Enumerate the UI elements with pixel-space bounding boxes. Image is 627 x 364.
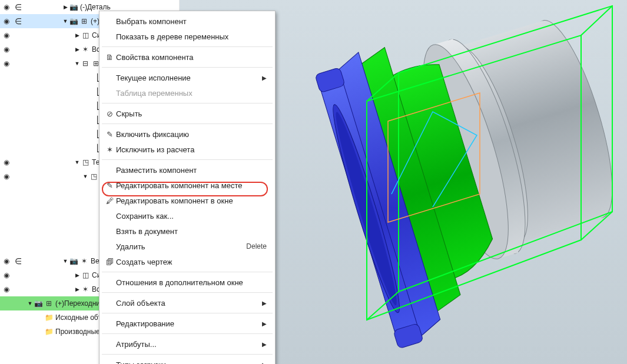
submenu-arrow-icon: ▶ (262, 362, 267, 365)
menu-separator (102, 159, 273, 160)
menu-item-icon: 🗐 (103, 258, 116, 266)
visibility-icon[interactable]: ◉ (0, 3, 13, 11)
menu-item-icon: ⊘ (103, 109, 116, 118)
menu-item[interactable]: ⊘Скрыть (99, 106, 275, 121)
menu-item[interactable]: Текущее исполнение▶ (99, 70, 275, 85)
menu-item-label: Свойства компонента (116, 53, 267, 62)
node-icon: ◫ (81, 31, 90, 40)
menu-item-label: Показать в дереве переменных (116, 32, 267, 41)
node-icon: ◳ (81, 158, 90, 167)
expand-caret[interactable]: ▶ (74, 272, 80, 278)
menu-item[interactable]: Показать в дереве переменных (99, 29, 275, 44)
visibility-icon[interactable]: ◉ (0, 45, 13, 54)
menu-item-label: Включить фиксацию (116, 130, 267, 139)
menu-item-label: Атрибуты... (116, 340, 262, 349)
menu-item-label: Редактирование (116, 319, 262, 328)
menu-item[interactable]: ✶Исключить из расчета (99, 142, 275, 157)
menu-separator (102, 103, 273, 103)
node-icon: 📷 (69, 2, 78, 12)
include-icon[interactable]: ∈ (13, 2, 24, 12)
menu-item[interactable]: Выбрать компонент (99, 14, 275, 29)
menu-item-label: Исключить из расчета (116, 145, 267, 154)
visibility-icon[interactable]: ◉ (0, 31, 13, 39)
menu-item[interactable]: ✎Редактировать компонент на месте (99, 178, 275, 193)
menu-item-label: Создать чертеж (116, 258, 267, 266)
menu-item-label: Отношения в дополнительном окне (116, 278, 267, 287)
menu-separator (102, 292, 273, 293)
menu-separator (102, 333, 273, 334)
menu-separator (102, 272, 273, 272)
node-icon: ⊞ (79, 16, 89, 26)
include-icon[interactable]: ∈ (13, 256, 24, 266)
node-icon: ◫ (81, 271, 90, 280)
node-icon: 📁 (44, 313, 54, 322)
menu-item-icon: ✎ (103, 130, 116, 139)
menu-item-label: Таблица переменных (116, 89, 267, 98)
expand-caret[interactable]: ▼ (74, 159, 80, 165)
menu-item-label: Удалить (116, 242, 246, 251)
menu-item[interactable]: ✎Включить фиксацию (99, 126, 275, 142)
menu-item[interactable]: Атрибуты...▶ (99, 336, 275, 352)
node-icon: 📷 (69, 256, 78, 266)
menu-item-label: Редактировать компонент в окне (116, 196, 267, 205)
menu-separator (102, 123, 273, 124)
menu-item-label: Текущее исполнение (116, 74, 262, 82)
menu-item[interactable]: 🗎Свойства компонента (99, 49, 275, 65)
menu-separator (102, 354, 273, 355)
node-icon: ◳ (89, 172, 98, 181)
expand-caret[interactable]: ▶ (62, 4, 68, 10)
visibility-icon[interactable]: ◉ (0, 257, 13, 265)
menu-item[interactable]: УдалитьDelete (99, 239, 275, 254)
menu-separator (102, 46, 273, 47)
context-menu[interactable]: Выбрать компонентПоказать в дереве перем… (99, 11, 276, 364)
menu-item[interactable]: Отношения в дополнительном окне (99, 275, 275, 290)
menu-item-label: Редактировать компонент на месте (116, 181, 267, 190)
expand-caret[interactable]: ▶ (74, 286, 80, 292)
menu-item[interactable]: Сохранить как... (99, 208, 275, 223)
menu-separator (102, 67, 273, 68)
menu-item[interactable]: 🗐Создать чертеж (99, 254, 275, 269)
menu-item-label: Сохранить как... (116, 212, 267, 221)
menu-item[interactable]: Редактирование▶ (99, 316, 275, 331)
submenu-arrow-icon: ▶ (262, 75, 267, 81)
node-icon: 📁 (44, 327, 54, 336)
menu-item-label: Скрыть (116, 109, 267, 118)
expand-caret[interactable]: ▶ (74, 32, 80, 38)
visibility-icon[interactable]: ◉ (0, 285, 13, 293)
menu-item-label: Разместить компонент (116, 166, 267, 175)
visibility-icon[interactable]: ◉ (0, 158, 13, 166)
node-icon: ⊟ (81, 59, 90, 68)
node-icon: ✶ (79, 256, 89, 266)
visibility-icon[interactable]: ◉ (0, 59, 13, 68)
menu-item-icon: ✶ (103, 145, 116, 154)
menu-item-icon: ✎ (103, 181, 116, 190)
expand-caret[interactable]: ▼ (62, 18, 68, 24)
expand-caret[interactable]: ▼ (27, 300, 33, 306)
tree-row-label: (+)Переходник (54, 299, 103, 308)
menu-item[interactable]: Типы загрузки▶ (99, 357, 275, 364)
tree-row-label: (-)Деталь (79, 3, 111, 11)
menu-item-label: Взять в документ (116, 227, 267, 236)
menu-item-shortcut: Delete (246, 242, 267, 251)
node-icon: ⊞ (44, 299, 54, 308)
menu-item[interactable]: Взять в документ (99, 223, 275, 239)
visibility-icon[interactable]: ◉ (0, 271, 13, 279)
menu-item[interactable]: 🖉Редактировать компонент в окне (99, 193, 275, 208)
expand-caret[interactable]: ▶ (74, 46, 80, 52)
visibility-icon[interactable]: ◉ (0, 17, 13, 25)
submenu-arrow-icon: ▶ (262, 300, 267, 306)
visibility-icon[interactable]: ◉ (0, 172, 13, 181)
expand-caret[interactable]: ▼ (62, 258, 68, 264)
menu-item[interactable]: Слой объекта▶ (99, 295, 275, 310)
include-icon[interactable]: ∈ (13, 16, 24, 26)
menu-item-icon: 🖉 (103, 196, 116, 205)
node-icon: 📷 (69, 16, 78, 26)
menu-item[interactable]: Разместить компонент (99, 162, 275, 178)
expand-caret[interactable]: ▼ (82, 173, 88, 179)
menu-item-icon: 🗎 (103, 53, 116, 62)
node-icon: ✶ (81, 45, 90, 54)
node-icon: ✶ (81, 285, 90, 294)
submenu-arrow-icon: ▶ (262, 320, 267, 327)
expand-caret[interactable]: ▼ (74, 61, 80, 66)
menu-item-label: Типы загрузки (116, 360, 262, 365)
